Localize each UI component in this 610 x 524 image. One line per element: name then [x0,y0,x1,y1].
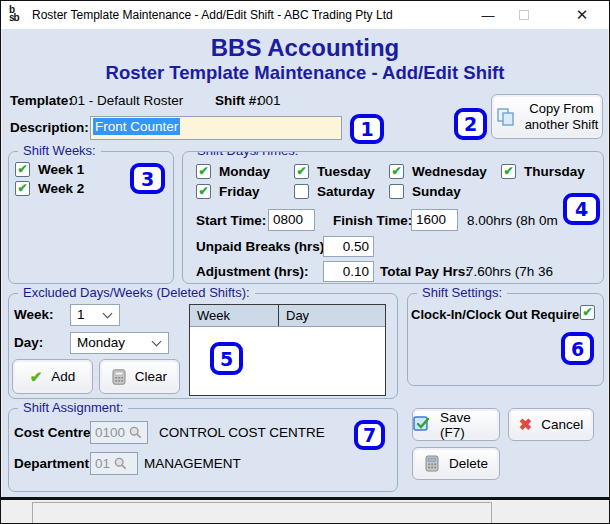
shift-assignment-group: Shift Assignment: [8,408,398,492]
monday-checkbox[interactable]: ✔ [196,164,211,179]
shift-days-group: Shift Days/Times: ✔ Monday ✔ Tuesday ✔ W… [182,151,604,284]
cost-centre-lookup-field[interactable]: 0100 [90,421,148,444]
maximize-icon [519,10,529,20]
department-name: MANAGEMENT [144,456,241,471]
tuesday-checkbox-row[interactable]: ✔ Tuesday [294,164,371,179]
clock-required-checkbox[interactable]: ✔ [580,305,595,320]
monday-label: Monday [219,164,270,179]
shift-settings-legend: Shift Settings: [417,285,507,300]
wednesday-label: Wednesday [412,164,487,179]
sunday-checkbox-row[interactable]: Sunday [389,184,461,199]
thursday-checkbox-row[interactable]: ✔ Thursday [501,164,585,179]
excluded-days-legend: Excluded Days/Weeks (Deleted Shifts): [18,285,255,300]
add-button-label: Add [51,369,75,384]
close-button[interactable]: ✕ [563,1,601,29]
screen-title-heading: Roster Template Maintenance - Add/Edit S… [2,62,608,84]
excluded-day-select[interactable]: Monday [70,332,169,354]
save-icon [413,416,431,433]
template-label: Template: [10,93,73,108]
add-button[interactable]: ✔ Add [12,359,93,394]
description-input[interactable]: Front Counter [90,116,342,140]
week2-label: Week 2 [38,181,84,196]
friday-checkbox[interactable]: ✔ [196,184,211,199]
saturday-checkbox-row[interactable]: Saturday [294,184,375,199]
annotation-mark-7: 7 [354,420,385,450]
template-value: 01 - Default Roster [70,93,183,108]
description-label: Description: [10,120,89,135]
adjustment-label: Adjustment (hrs): [196,264,309,279]
shift-days-legend: Shift Days/Times: [192,151,303,158]
wednesday-checkbox[interactable]: ✔ [389,164,404,179]
calculator-icon [112,369,126,385]
cancel-button[interactable]: ✖ Cancel [508,408,594,441]
clear-button-label: Clear [135,369,167,384]
finish-time-label: Finish Time: [333,213,412,228]
unpaid-breaks-label: Unpaid Breaks (hrs): [196,239,329,254]
app-logo-icon: bsb [9,6,26,23]
department-code: 01 [95,456,110,471]
clock-required-label: Clock-In/Clock Out Required: [411,307,592,322]
excluded-day-value: Monday [77,335,125,350]
shift-weeks-legend: Shift Weeks: [18,143,101,158]
add-check-icon: ✔ [30,368,43,386]
saturday-label: Saturday [317,184,375,199]
description-selected-text: Front Counter [93,118,180,135]
thursday-checkbox[interactable]: ✔ [501,164,516,179]
search-icon[interactable] [114,457,127,470]
sunday-label: Sunday [412,184,461,199]
week1-checkbox-row[interactable]: ✔ Week 1 [15,162,84,177]
wednesday-checkbox-row[interactable]: ✔ Wednesday [389,164,487,179]
thursday-label: Thursday [524,164,585,179]
save-button[interactable]: Save (F7) [412,408,500,441]
copy-button-label-line2: another Shift [525,117,599,133]
maximize-button[interactable] [505,1,543,29]
monday-checkbox-row[interactable]: ✔ Monday [196,164,270,179]
clear-button[interactable]: Clear [99,359,180,394]
search-icon[interactable] [129,426,142,439]
minimize-button[interactable]: — [469,1,507,29]
week1-checkbox[interactable]: ✔ [15,162,30,177]
total-pay-value: 7.60hrs (7h 36 [466,264,553,279]
excluded-day-label: Day: [14,335,43,350]
cost-centre-label: Cost Centre: [14,425,95,440]
annotation-mark-3: 3 [130,163,165,194]
chevron-down-icon [103,309,113,319]
excluded-week-select[interactable]: 1 [70,304,120,326]
copy-from-shift-button[interactable]: Copy From another Shift [491,94,603,139]
delete-calculator-icon [424,455,440,472]
cancel-x-icon: ✖ [519,415,532,434]
department-lookup-field[interactable]: 01 [90,452,138,475]
copy-button-label-line1: Copy From [525,101,599,117]
unpaid-breaks-input[interactable]: 0.50 [323,236,374,257]
week1-label: Week 1 [38,162,84,177]
column-header-day[interactable]: Day [279,305,385,326]
copy-icon [496,107,516,127]
cancel-button-label: Cancel [541,417,583,432]
finish-time-input[interactable]: 1600 [411,209,458,231]
friday-checkbox-row[interactable]: ✔ Friday [196,184,260,199]
status-bar-inset [32,502,492,524]
start-time-input[interactable]: 0800 [268,209,315,231]
annotation-mark-6: 6 [561,332,594,365]
excluded-table-header: Week Day [190,305,385,327]
annotation-mark-2: 2 [454,108,487,140]
excluded-week-label: Week: [14,307,54,322]
department-label: Department: [14,456,94,471]
cost-centre-name: CONTROL COST CENTRE [159,425,325,440]
week2-checkbox[interactable]: ✔ [15,181,30,196]
shift-number-label: Shift #: [215,93,261,108]
tuesday-checkbox[interactable]: ✔ [294,164,309,179]
week2-checkbox-row[interactable]: ✔ Week 2 [15,181,84,196]
delete-button[interactable]: Delete [412,447,500,480]
adjustment-input[interactable]: 0.10 [323,261,374,282]
friday-label: Friday [219,184,260,199]
save-button-label: Save (F7) [440,410,499,440]
column-header-week[interactable]: Week [190,305,279,326]
chevron-down-icon [152,337,162,347]
dialog-body: BBS Accounting Roster Template Maintenan… [2,29,608,497]
app-name-heading: BBS Accounting [2,34,608,62]
shift-assignment-legend: Shift Assignment: [18,400,128,415]
shift-duration-text: 8.00hrs (8h 0m [467,213,558,228]
saturday-checkbox[interactable] [294,184,309,199]
sunday-checkbox[interactable] [389,184,404,199]
